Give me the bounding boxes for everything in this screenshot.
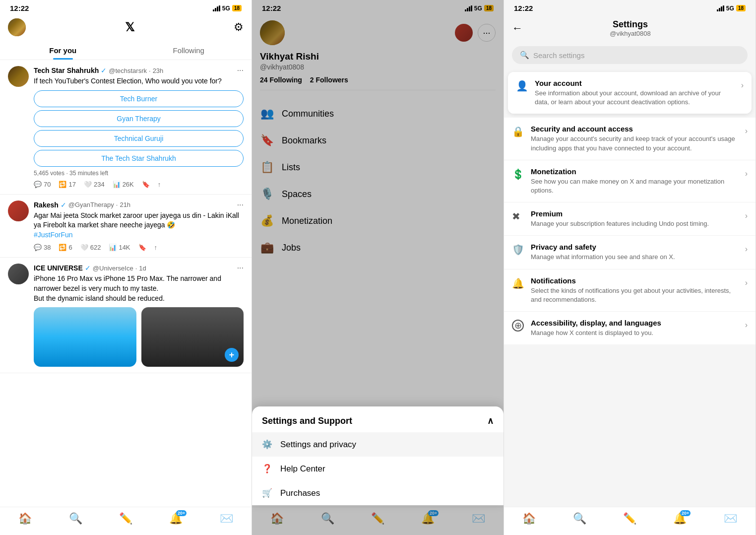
retweet-action-2[interactable]: 🔁 6 (59, 244, 72, 251)
tab-for-you[interactable]: For you (0, 40, 126, 60)
nav-notif-1[interactable]: 🔔 20+ (169, 512, 183, 525)
tweet-time-1: 23h (153, 67, 164, 74)
nav-notif-3[interactable]: 🔔 20+ (673, 512, 687, 525)
bookmark-action-1[interactable]: 🔖 (142, 181, 150, 188)
comment-action-1[interactable]: 💬 70 (34, 181, 51, 188)
search-placeholder: Search settings (533, 51, 584, 60)
bookmark-action-2[interactable]: 🔖 (138, 244, 146, 251)
notifications-icon: 🔔 (512, 277, 524, 289)
settings-item-accessibility[interactable]: ⊕ Accessibility, display, and languages … (504, 312, 756, 344)
help-center-item[interactable]: ❓ Help Center (252, 457, 504, 481)
status-bar-3: 12:22 5G 18 (504, 0, 756, 14)
settings-support-header: Settings and Support ∧ (252, 406, 504, 432)
nav-dm-1[interactable]: ✉️ (220, 512, 233, 525)
purchases-item[interactable]: 🛒 Purchases (252, 481, 504, 505)
nav-search-1[interactable]: 🔍 (69, 512, 82, 525)
premium-content: Premium Manage your subscription feature… (531, 209, 738, 228)
poll-opt-3[interactable]: Technical Guruji (34, 130, 244, 147)
nav-post-3[interactable]: ✏️ (623, 512, 636, 525)
tweet-3: ICE UNIVERSE ✓ @UniverseIce · 1d ··· iPh… (0, 258, 252, 373)
share-action-2[interactable]: ↑ (154, 244, 158, 251)
panel-profile: 12:22 5G 18 ··· Vikhyat Rishi @vikhyat08… (252, 0, 504, 535)
notif-badge-1: 20+ (176, 510, 187, 516)
nav-home-1[interactable]: 🏠 (18, 512, 32, 525)
fab-icon: + (225, 348, 239, 362)
tweet-feed: Tech Star Shahrukh ✓ @techstarsrk · 23h … (0, 60, 252, 507)
monetization-settings-icon: 💲 (512, 168, 524, 180)
like-action-2[interactable]: 🤍 622 (80, 244, 101, 251)
accessibility-icon: ⊕ (512, 320, 524, 332)
tweet-more-2[interactable]: ··· (237, 201, 244, 209)
nav-search-3[interactable]: 🔍 (573, 512, 586, 525)
settings-item-privacy[interactable]: 🛡️ Privacy and safety Manage what inform… (504, 236, 756, 269)
like-action-1[interactable]: 🤍 234 (84, 181, 105, 188)
nav-post-1[interactable]: ✏️ (119, 512, 132, 525)
tweet-avatar-3[interactable] (8, 264, 29, 284)
panel-feed: 12:22 5G 18 𝕏 ⚙ For you Following (0, 0, 252, 535)
comment-action-2[interactable]: 💬 38 (34, 244, 51, 251)
hashtag-link[interactable]: #JustForFun (34, 231, 73, 239)
nav-dm-3[interactable]: ✉️ (724, 512, 737, 525)
privacy-content: Privacy and safety Manage what informati… (531, 243, 738, 262)
settings-item-notifications[interactable]: 🔔 Notifications Select the kinds of noti… (504, 269, 756, 312)
tweet-handle-2: @GyanTherapy (68, 201, 114, 208)
tweet-more-1[interactable]: ··· (237, 66, 244, 75)
chevron-up-icon[interactable]: ∧ (487, 415, 494, 426)
settings-item-security[interactable]: 🔒 Security and account access Manage you… (504, 118, 756, 160)
settings-header: ← Settings @vikhyat0808 (504, 14, 756, 42)
share-action-1[interactable]: ↑ (158, 181, 161, 188)
status-icons-1: 5G 18 (213, 5, 242, 12)
back-arrow-icon[interactable]: ← (512, 22, 523, 35)
bottom-nav-1: 🏠 🔍 ✏️ 🔔 20+ ✉️ (0, 507, 252, 535)
panel-settings: 12:22 5G 18 ← Settings @vikhyat0808 🔍 Se… (504, 0, 756, 535)
tweet-header-3: ICE UNIVERSE ✓ @UniverseIce · 1d ··· (34, 264, 244, 272)
tweet-avatar-2[interactable] (8, 201, 29, 221)
tweet-more-3[interactable]: ··· (237, 264, 244, 272)
settings-title-block: Settings @vikhyat0808 (531, 19, 730, 37)
tweet-name-3: ICE UNIVERSE (34, 264, 83, 272)
premium-icon: ✖ (512, 210, 524, 222)
settings-support-overlay: Settings and Support ∧ ⚙️ Settings and p… (252, 406, 504, 505)
nav-home-3[interactable]: 🏠 (522, 512, 536, 525)
gear-icon[interactable]: ⚙ (234, 21, 244, 34)
feed-header: 𝕏 ⚙ (0, 14, 252, 40)
tweet-1: Tech Star Shahrukh ✓ @techstarsrk · 23h … (0, 60, 252, 195)
tweet-images: + (34, 307, 244, 367)
settings-privacy-item[interactable]: ⚙️ Settings and privacy (252, 432, 504, 457)
retweet-action-1[interactable]: 🔁 17 (59, 181, 75, 188)
views-action-2[interactable]: 📊 14K (109, 244, 130, 251)
battery-badge: 18 (232, 5, 242, 11)
settings-list: 👤 Your account See information about you… (504, 68, 756, 507)
tweet-img-2: + (141, 307, 244, 367)
settings-support-title: Settings and Support (262, 416, 352, 426)
tweet-actions-1: 💬 70 🔁 17 🤍 234 📊 26K 🔖 ↑ (34, 181, 244, 188)
security-chevron: › (745, 127, 748, 135)
monetization-title: Monetization (531, 167, 738, 176)
purchases-icon: 🛒 (262, 488, 272, 498)
views-action-1[interactable]: 📊 26K (113, 181, 134, 188)
accessibility-chevron: › (745, 321, 748, 330)
tweet-text-2: Agar Mai jeeta Stock market zaroor uper … (34, 211, 244, 240)
poll-opt-4[interactable]: The Tech Star Shahrukh (34, 150, 244, 167)
tweet-name-2: Rakesh (34, 201, 59, 209)
time-1: 12:22 (10, 4, 29, 12)
poll-opt-1[interactable]: Tech Burner (34, 90, 244, 107)
tab-following[interactable]: Following (126, 40, 252, 60)
account-desc: See information about your account, down… (535, 89, 734, 107)
settings-search[interactable]: 🔍 Search settings (512, 46, 748, 64)
poll-meta-1: 5,465 votes · 35 minutes left (34, 170, 244, 177)
settings-item-premium[interactable]: ✖ Premium Manage your subscription featu… (504, 202, 756, 236)
premium-title: Premium (531, 209, 738, 218)
help-center-icon: ❓ (262, 464, 272, 474)
tweet-avatar-1[interactable] (8, 66, 29, 87)
account-content: Your account See information about your … (535, 79, 734, 107)
notifications-title: Notifications (531, 276, 738, 285)
privacy-chevron: › (745, 245, 748, 254)
settings-privacy-label: Settings and privacy (280, 440, 356, 450)
avatar-header[interactable] (8, 18, 26, 36)
settings-item-account[interactable]: 👤 Your account See information about you… (508, 72, 752, 114)
poll-opt-2[interactable]: Gyan Therapy (34, 110, 244, 127)
tweet-actions-2: 💬 38 🔁 6 🤍 622 📊 14K 🔖 ↑ (34, 244, 244, 251)
settings-item-monetization[interactable]: 💲 Monetization See how you can make mone… (504, 160, 756, 202)
verified-2: ✓ (61, 201, 66, 209)
